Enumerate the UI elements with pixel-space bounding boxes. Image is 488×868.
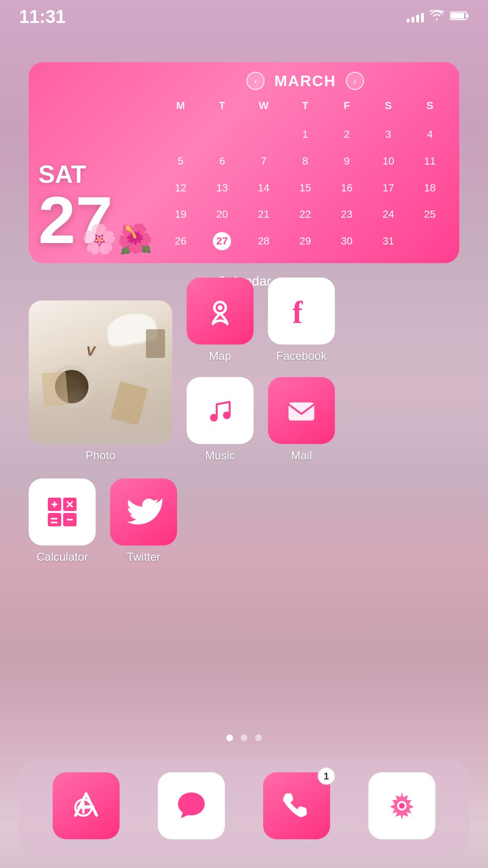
phone-icon: 1 — [263, 772, 330, 839]
app-row-1: V Photo Map — [29, 278, 335, 462]
calendar-day-cell — [421, 232, 439, 250]
calendar-day-cell[interactable]: 29 — [296, 232, 314, 250]
dock-item-phone[interactable]: 1 — [263, 772, 330, 839]
mail-icon — [268, 377, 335, 444]
svg-rect-11 — [48, 513, 61, 526]
messages-icon — [158, 772, 225, 839]
page-dot-2 — [241, 734, 247, 741]
svg-rect-2 — [451, 13, 464, 19]
calendar-day-cell[interactable]: 31 — [379, 232, 398, 250]
status-time: 11:31 — [19, 7, 66, 27]
app-item-twitter[interactable]: Twitter — [110, 479, 177, 564]
calendar-day-cell[interactable]: 1 — [296, 125, 314, 144]
calendar-day-cell[interactable]: 19 — [171, 205, 189, 223]
svg-point-5 — [210, 414, 218, 422]
calendar-header-cell: T — [202, 98, 242, 121]
music-icon — [187, 377, 254, 444]
calendar-day-cell[interactable]: 12 — [171, 179, 189, 197]
app-label-mail: Mail — [291, 449, 312, 462]
svg-point-6 — [223, 412, 231, 419]
calendar-grid-panel: ‹ MARCH › MTWTFSS12345678910111213141516… — [161, 72, 450, 254]
calendar-navigation: ‹ MARCH › — [161, 72, 450, 90]
map-icon — [187, 278, 254, 345]
calendar-day-cell[interactable]: 25 — [421, 205, 439, 223]
calendar-day-cell[interactable]: 9 — [338, 152, 356, 170]
twitter-icon — [110, 479, 177, 545]
app-row-2: Calculator Twitter — [29, 479, 177, 564]
page-dots — [226, 734, 262, 741]
calendar-day-cell[interactable]: 7 — [255, 152, 273, 170]
calendar-day-cell[interactable]: 16 — [338, 179, 356, 197]
calendar-day-cell[interactable]: 30 — [338, 232, 356, 250]
calendar-day-cell[interactable]: 2 — [338, 125, 356, 144]
calendar-day-cell[interactable]: 14 — [255, 179, 273, 197]
app-label-photo: Photo — [86, 449, 116, 462]
app-label-music: Music — [205, 449, 235, 462]
calendar-day-cell[interactable]: 8 — [296, 152, 314, 170]
facebook-icon: f — [268, 278, 335, 345]
calendar-day-cell[interactable]: 18 — [421, 179, 439, 197]
flower-decoration: 🌸🌺 — [81, 225, 153, 254]
calendar-header-cell: S — [410, 98, 450, 121]
calendar-day-cell[interactable]: 15 — [296, 179, 314, 197]
app-item-music[interactable]: Music — [187, 377, 254, 462]
settings-icon — [368, 772, 435, 839]
app-item-calculator[interactable]: Calculator — [29, 479, 96, 564]
calendar-day-cell[interactable]: 4 — [421, 125, 439, 144]
calendar-month: MARCH — [274, 72, 336, 90]
calendar-left-panel: SAT 27 🌸🌺 — [38, 72, 153, 254]
right-column: f Facebook Mail — [268, 278, 335, 462]
middle-column: Map Music — [187, 278, 254, 462]
calculator-icon — [29, 479, 96, 545]
calendar-day-cell[interactable]: 28 — [255, 232, 273, 250]
calendar-day-cell[interactable]: 21 — [255, 205, 273, 223]
calendar-day-cell[interactable]: 22 — [296, 205, 314, 223]
svg-rect-8 — [288, 402, 314, 421]
wifi-icon — [430, 10, 444, 23]
calendar-header-cell: F — [327, 98, 366, 121]
app-label-calculator: Calculator — [36, 550, 88, 564]
calendar-day-cell[interactable]: 3 — [379, 125, 398, 144]
calendar-day-cell[interactable]: 11 — [421, 152, 439, 170]
calendar-day-cell — [213, 125, 231, 144]
calendar-day-cell — [255, 125, 273, 144]
calendar-prev-button[interactable]: ‹ — [246, 72, 265, 90]
app-label-twitter: Twitter — [127, 550, 161, 564]
app-item-map[interactable]: Map — [187, 278, 254, 363]
svg-text:f: f — [292, 295, 303, 328]
dock-item-settings[interactable] — [368, 772, 435, 839]
calendar-day-cell[interactable]: 10 — [379, 152, 398, 170]
signal-icon — [407, 11, 424, 22]
dock-item-appstore[interactable]: ⊕ — [53, 772, 120, 839]
calendar-day-cell[interactable]: 5 — [171, 152, 189, 170]
calendar-widget[interactable]: SAT 27 🌸🌺 ‹ MARCH › MTWTFSS1234567891011… — [29, 62, 459, 263]
svg-point-24 — [399, 803, 405, 809]
calendar-day-cell[interactable]: 13 — [213, 179, 231, 197]
appstore-icon: ⊕ — [53, 772, 120, 839]
app-label-map: Map — [209, 349, 232, 363]
calendar-header-cell: M — [161, 98, 200, 121]
calendar-header-cell: T — [286, 98, 325, 121]
status-bar: 11:31 — [0, 0, 488, 33]
app-item-mail[interactable]: Mail — [268, 377, 335, 462]
calendar-next-button[interactable]: › — [346, 72, 364, 90]
calendar-day-cell[interactable]: 27 — [213, 232, 231, 250]
calendar-day-cell[interactable]: 20 — [213, 205, 231, 223]
page-dot-3 — [255, 734, 262, 741]
page-dot-1 — [226, 734, 233, 741]
svg-point-21 — [178, 792, 205, 815]
calendar-day-cell[interactable]: 24 — [379, 205, 398, 223]
calendar-day-cell[interactable]: 6 — [213, 152, 231, 170]
app-item-facebook[interactable]: f Facebook — [268, 278, 335, 363]
calendar-day-cell[interactable]: 26 — [171, 232, 189, 250]
calendar-header-cell: S — [368, 98, 408, 121]
calendar-day-cell[interactable]: 17 — [379, 179, 398, 197]
phone-badge: 1 — [318, 768, 335, 785]
dock-item-messages[interactable] — [158, 772, 225, 839]
app-item-photo[interactable]: V Photo — [29, 300, 172, 462]
calendar-day-cell[interactable]: 23 — [338, 205, 356, 223]
svg-point-4 — [218, 305, 222, 310]
calendar-day-cell — [171, 125, 189, 144]
photo-icon: V — [29, 300, 172, 444]
calendar-header-cell: W — [244, 98, 284, 121]
